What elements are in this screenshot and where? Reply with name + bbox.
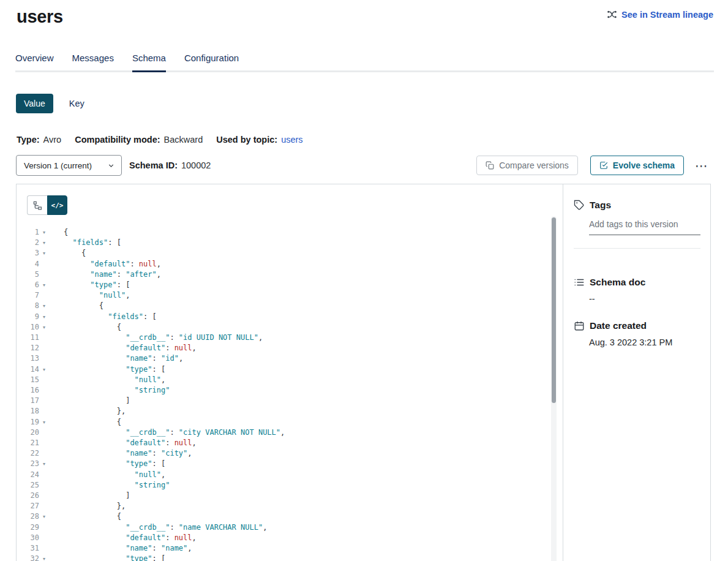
code-text: "__crdb__": "id UUID NOT NULL", [49,333,263,343]
caret-spacer [39,333,49,343]
code-text: }, [49,406,126,416]
line-number: 4 [17,259,39,269]
line-number: 23 [17,459,39,469]
topbar: users See in Stream lineage [0,0,728,28]
collapse-caret-icon[interactable]: ▾ [39,364,49,375]
line-number: 9 [17,312,39,322]
code-text: "default": null, [49,438,197,448]
code-text: "name": "id", [49,353,183,364]
collapse-caret-icon[interactable]: ▾ [39,280,49,290]
collapse-caret-icon[interactable]: ▾ [39,322,49,333]
line-number: 6 [17,280,39,290]
code-line: 19▾ { [17,417,563,427]
code-text: "string" [49,385,170,396]
tab-schema[interactable]: Schema [132,53,166,70]
caret-spacer [39,375,49,385]
caret-spacer [39,501,49,511]
code-text: "name": "name", [49,543,192,554]
line-number: 27 [17,501,39,511]
schema-id-label: Schema ID: [129,160,178,170]
value-toggle-button[interactable]: Value [16,94,53,113]
date-created-header: Date created [574,320,700,331]
compatibility-label: Compatibility mode: [75,135,160,145]
caret-spacer [39,448,49,459]
caret-spacer [39,406,49,416]
line-number: 5 [17,269,39,280]
caret-spacer [39,269,49,280]
line-number: 32 [17,554,39,561]
code-text: "default": null, [49,343,197,353]
schema-panel: </> 1▾{2▾ "fields": [3▾ {4 "default": nu… [16,184,711,561]
view-toggle: </> [27,195,563,215]
collapse-caret-icon[interactable]: ▾ [39,554,49,561]
evolve-schema-button[interactable]: Evolve schema [590,156,684,175]
code-text: "type": [ [49,364,165,375]
code-line: 30 "default": null, [17,533,563,543]
caret-spacer [39,259,49,269]
line-number: 8 [17,301,39,311]
tag-icon [574,200,585,211]
date-created-value: Aug. 3 2022 3:21 PM [589,337,700,347]
version-select-value: Version 1 (current) [24,161,92,170]
collapse-caret-icon[interactable]: ▾ [39,227,49,238]
code-line: 2▾ "fields": [ [17,238,563,248]
code-text: "type": [ [49,280,130,290]
tags-input-wrap [589,219,700,235]
schema-id-value: 100002 [181,160,211,170]
code-line: 25 "string" [17,480,563,491]
code-line: 15 "null", [17,375,563,385]
version-select[interactable]: Version 1 (current) [16,155,122,176]
topic-link[interactable]: users [281,135,302,145]
caret-spacer [39,438,49,448]
calendar-icon [574,320,585,331]
collapse-caret-icon[interactable]: ▾ [39,459,49,469]
code-text: "null", [49,375,165,385]
compare-versions-button[interactable]: Compare versions [476,156,578,175]
code-line: 16 "string" [17,385,563,396]
scrollbar-thumb[interactable] [552,217,556,403]
line-number: 10 [17,322,39,333]
tab-configuration[interactable]: Configuration [184,53,239,70]
code-line: 28▾ { [17,511,563,522]
code-line: 9▾ "fields": [ [17,312,563,322]
tab-overview[interactable]: Overview [15,53,54,70]
code-text: { [49,417,121,427]
code-line: 12 "default": null, [17,343,563,353]
collapse-caret-icon[interactable]: ▾ [39,511,49,522]
collapse-caret-icon[interactable]: ▾ [39,238,49,248]
tags-input[interactable] [589,219,700,235]
code-text: "__crdb__": "name VARCHAR NULL", [49,522,267,533]
tags-title: Tags [590,200,611,211]
tab-messages[interactable]: Messages [72,53,114,70]
serde-toggle: Value Key [16,94,728,113]
code-line: 21 "default": null, [17,438,563,448]
collapse-caret-icon[interactable]: ▾ [39,417,49,427]
caret-spacer [39,343,49,353]
vertical-scrollbar[interactable] [551,216,557,561]
code-line: 4 "default": null, [17,259,563,269]
code-line: 18 }, [17,406,563,416]
more-options-button[interactable]: ⋯ [692,158,710,173]
key-toggle-button[interactable]: Key [69,99,84,108]
code-line: 22 "name": "city", [17,448,563,459]
collapse-caret-icon[interactable]: ▾ [39,301,49,311]
code-view-button[interactable]: </> [47,195,67,215]
collapse-caret-icon[interactable]: ▾ [39,248,49,258]
code-line: 32▾ "type": [ [17,554,563,561]
topic-label: Used by topic: [216,135,277,145]
line-number: 13 [17,353,39,364]
compare-icon [486,161,494,170]
collapse-caret-icon[interactable]: ▾ [39,312,49,322]
stream-lineage-icon [607,9,617,20]
line-number: 15 [17,375,39,385]
code-text: { [49,322,121,333]
code-view-icon: </> [51,201,64,209]
tree-view-button[interactable] [27,195,47,215]
type-value: Avro [43,135,62,145]
type-label: Type: [17,135,40,145]
line-number: 28 [17,511,39,522]
line-number: 12 [17,343,39,353]
line-number: 21 [17,438,39,448]
caret-spacer [39,543,49,554]
stream-lineage-link[interactable]: See in Stream lineage [607,9,713,20]
